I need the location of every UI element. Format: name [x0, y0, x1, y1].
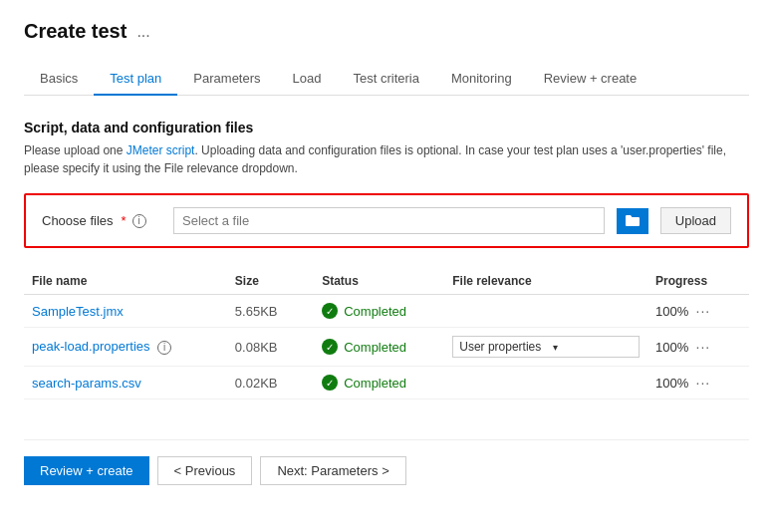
tab-basics[interactable]: Basics — [24, 63, 94, 96]
status-cell-2: Completed — [322, 339, 436, 355]
section-title: Script, data and configuration files — [24, 120, 749, 135]
row-menu-3[interactable]: ··· — [696, 375, 711, 391]
folder-icon — [625, 213, 641, 229]
progress-1: 100% — [655, 304, 688, 319]
status-text-3: Completed — [344, 376, 406, 391]
progress-2: 100% — [655, 340, 688, 355]
chevron-down-icon-2: ▾ — [553, 342, 558, 353]
file-browse-button[interactable] — [617, 208, 648, 234]
relevance-cell-3 — [444, 367, 647, 399]
nav-tabs: Basics Test plan Parameters Load Test cr… — [24, 63, 749, 96]
tab-test-criteria[interactable]: Test criteria — [337, 63, 434, 96]
file-upload-box: Choose files* i Upload — [24, 193, 749, 248]
file-size-3: 0.02KB — [235, 376, 278, 391]
table-row: SampleTest.jmx 5.65KB Completed 100% ··· — [24, 295, 749, 328]
col-header-size: Size — [227, 268, 314, 295]
row-menu-1[interactable]: ··· — [696, 303, 711, 319]
page-title: Create test — [24, 20, 127, 43]
file-name-3[interactable]: search-params.csv — [32, 376, 141, 391]
section-description: Please upload one JMeter script. Uploadi… — [24, 141, 749, 177]
file-name-1[interactable]: SampleTest.jmx — [32, 304, 124, 319]
row-menu-2[interactable]: ··· — [696, 339, 711, 355]
previous-button[interactable]: < Previous — [157, 456, 253, 485]
file-info-icon-2[interactable]: i — [157, 341, 171, 355]
next-button[interactable]: Next: Parameters > — [260, 456, 405, 485]
file-size-2: 0.08KB — [235, 340, 278, 355]
tab-parameters[interactable]: Parameters — [177, 63, 276, 96]
file-select-input[interactable] — [173, 207, 605, 234]
check-icon-3 — [322, 375, 338, 391]
tab-monitoring[interactable]: Monitoring — [435, 63, 528, 96]
footer-actions: Review + create < Previous Next: Paramet… — [24, 439, 749, 485]
file-size-1: 5.65KB — [235, 304, 278, 319]
col-header-relevance: File relevance — [444, 268, 647, 295]
table-row: search-params.csv 0.02KB Completed 100% … — [24, 367, 749, 399]
files-table: File name Size Status File relevance Pro… — [24, 268, 749, 399]
check-icon-1 — [322, 303, 338, 319]
jmeter-link[interactable]: JMeter script — [127, 143, 195, 157]
col-header-filename: File name — [24, 268, 227, 295]
tab-test-plan[interactable]: Test plan — [94, 63, 177, 96]
upload-button[interactable]: Upload — [660, 207, 731, 234]
tab-load[interactable]: Load — [277, 63, 338, 96]
table-row: peak-load.properties i 0.08KB Completed … — [24, 328, 749, 367]
progress-3: 100% — [655, 376, 688, 391]
status-text-1: Completed — [344, 304, 406, 319]
tab-review-create[interactable]: Review + create — [528, 63, 653, 96]
status-cell-3: Completed — [322, 375, 436, 391]
check-icon-2 — [322, 339, 338, 355]
relevance-value-2: User properties — [459, 340, 541, 354]
review-create-button[interactable]: Review + create — [24, 456, 149, 485]
col-header-status: Status — [314, 268, 444, 295]
status-cell-1: Completed — [322, 303, 436, 319]
file-name-2[interactable]: peak-load.properties — [32, 339, 150, 354]
page-options-dots[interactable]: ... — [136, 23, 149, 41]
col-header-progress: Progress — [647, 268, 749, 295]
relevance-cell-1 — [444, 295, 647, 328]
choose-files-info-icon[interactable]: i — [132, 214, 146, 228]
required-marker: * — [122, 213, 127, 228]
relevance-dropdown-2[interactable]: User properties ▾ — [452, 336, 640, 358]
status-text-2: Completed — [344, 340, 406, 355]
choose-files-label: Choose files* i — [42, 213, 161, 228]
